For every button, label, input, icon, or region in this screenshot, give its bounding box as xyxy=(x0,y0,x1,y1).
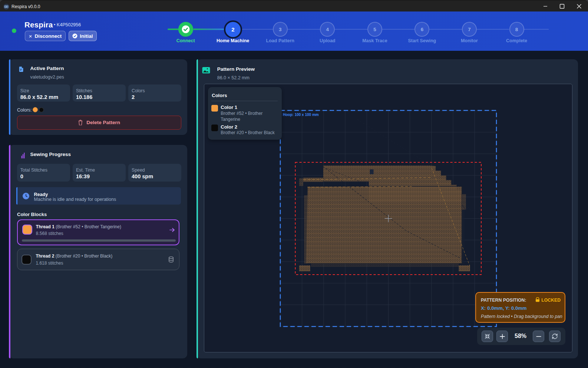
svg-text:Hoop: 100 x 100 mm: Hoop: 100 x 100 mm xyxy=(283,113,319,117)
